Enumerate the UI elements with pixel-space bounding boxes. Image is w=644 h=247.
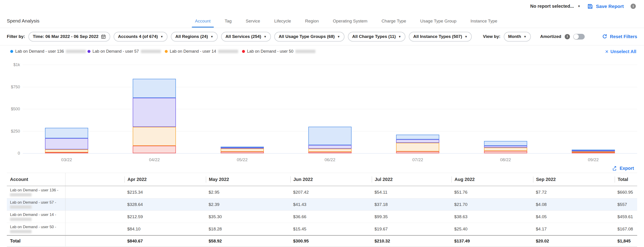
tab-account[interactable]: Account	[195, 19, 211, 28]
tab-lifecycle[interactable]: Lifecycle	[274, 19, 291, 28]
save-report-button[interactable]: Save Report	[587, 3, 624, 9]
bar-segment-lab-on-demand-user-136[interactable]	[396, 135, 439, 139]
filter-pill-all-regions[interactable]: All Regions (24)▼	[171, 32, 218, 41]
amortized-label: Amortized	[540, 34, 561, 39]
bar-segment-lab-on-demand-user-57[interactable]	[396, 139, 439, 143]
bar-segment-lab-on-demand-user-50[interactable]	[572, 152, 615, 153]
caret-down-icon: ▼	[464, 35, 468, 38]
calendar-icon	[101, 34, 106, 39]
total-value-cell: $58.92	[206, 236, 290, 246]
stacked-bar-06-22[interactable]	[308, 127, 352, 153]
column-header-aug-2022[interactable]: Aug 2022	[452, 173, 533, 186]
close-icon: ✕	[605, 49, 608, 54]
column-header-apr-2022[interactable]: Apr 2022	[124, 173, 206, 186]
stacked-bar-08-22[interactable]	[484, 141, 527, 153]
value-cell: $38.63	[452, 211, 533, 223]
filter-pill-accounts-4[interactable]: Accounts 4 (of 674)▼	[114, 32, 168, 41]
reset-filters-button[interactable]: Reset Filters	[602, 34, 637, 39]
bar-segment-lab-on-demand-user-14[interactable]	[133, 127, 176, 146]
bar-segment-lab-on-demand-user-14[interactable]	[221, 148, 264, 152]
table-row[interactable]: Lab on Demand - user 136 -$215.34$2.95$2…	[7, 186, 637, 198]
top-bar: No report selected... ▼ Save Report i	[0, 0, 644, 12]
bar-segment-lab-on-demand-user-50[interactable]	[221, 152, 264, 153]
amortized-toggle[interactable]	[573, 34, 585, 39]
table-row[interactable]: Lab on Demand - user 57 -$328.64$2.39$41…	[7, 198, 637, 211]
total-value-cell: $137.49	[452, 236, 533, 246]
value-cell: $557	[615, 198, 637, 211]
tab-region[interactable]: Region	[305, 19, 319, 28]
bar-segment-lab-on-demand-user-136[interactable]	[484, 141, 527, 146]
bar-segment-lab-on-demand-user-50[interactable]	[484, 151, 527, 153]
tab-instance-type[interactable]: Instance Type	[470, 19, 497, 28]
export-row: Export	[0, 164, 644, 173]
bar-segment-lab-on-demand-user-57[interactable]	[133, 98, 176, 127]
info-icon[interactable]: i	[630, 4, 636, 9]
bar-segment-lab-on-demand-user-136[interactable]	[308, 127, 352, 145]
filter-pill-all-charge-types[interactable]: All Charge Types (11)▼	[348, 32, 406, 41]
filter-pill-all-instance-types[interactable]: All Instance Types (507)▼	[409, 32, 472, 41]
table-row[interactable]: Lab on Demand - user 14 -$212.59$35.30$3…	[7, 211, 637, 223]
export-button[interactable]: Export	[612, 166, 634, 171]
filter-pill-all-services[interactable]: All Services (254)▼	[221, 32, 271, 41]
filter-pill-all-usage-type-groups[interactable]: All Usage Type Groups (68)▼	[274, 32, 344, 41]
legend-item-lab-on-demand-user-14[interactable]: Lab on Demand - user 14	[165, 49, 242, 62]
table-total-row: Total$840.67$58.92$300.95$210.32$137.49$…	[7, 235, 637, 247]
column-header-jun-2022[interactable]: Jun 2022	[290, 173, 372, 186]
stacked-bar-05-22[interactable]	[221, 147, 264, 153]
value-cell: $15.45	[290, 223, 372, 235]
redacted-text	[296, 50, 316, 53]
legend-item-line: Lab on Demand - user 14	[165, 49, 242, 54]
column-header-total[interactable]: Total	[615, 173, 637, 186]
bar-segment-lab-on-demand-user-136[interactable]	[133, 79, 176, 98]
filter-by-label: Filter by:	[7, 34, 25, 39]
column-header-may-2022[interactable]: May 2022	[206, 173, 290, 186]
bar-segment-lab-on-demand-user-136[interactable]	[45, 128, 88, 138]
bar-segment-lab-on-demand-user-57[interactable]	[484, 146, 527, 148]
tab-operating-system[interactable]: Operating System	[333, 19, 368, 28]
view-by-dropdown[interactable]: Month ▼	[504, 32, 531, 41]
bar-segment-lab-on-demand-user-14[interactable]	[308, 149, 352, 152]
bar-segment-lab-on-demand-user-57[interactable]	[308, 145, 352, 149]
column-header-sep-2022[interactable]: Sep 2022	[533, 173, 615, 186]
bar-segment-lab-on-demand-user-50[interactable]	[308, 152, 352, 153]
filter-pill-time-06-mar-2022-06-sep-2022[interactable]: Time: 06 Mar 2022 - 06 Sep 2022	[28, 32, 110, 41]
report-selector-dropdown[interactable]: No report selected... ▼	[530, 4, 580, 9]
tab-service[interactable]: Service	[246, 19, 260, 28]
amortized-info-icon[interactable]: i	[565, 34, 570, 39]
total-value-cell: $210.32	[372, 236, 452, 246]
bar-segment-lab-on-demand-user-50[interactable]	[133, 146, 176, 153]
tab-charge-type[interactable]: Charge Type	[382, 19, 406, 28]
stacked-bar-09-22[interactable]	[572, 150, 615, 153]
legend-item-lab-on-demand-user-50[interactable]: Lab on Demand - user 50	[242, 49, 319, 62]
tab-usage-type-group[interactable]: Usage Type Group	[420, 19, 456, 28]
spacer-cell	[66, 211, 124, 223]
bar-segment-lab-on-demand-user-14[interactable]	[484, 148, 527, 151]
stacked-bar-07-22[interactable]	[396, 135, 439, 153]
column-header-account[interactable]: Account	[7, 173, 66, 186]
caret-down-icon: ▼	[398, 35, 401, 38]
unselect-all-button[interactable]: ✕ Unselect All	[605, 49, 636, 54]
total-value-cell: $840.67	[124, 236, 206, 246]
value-cell: $215.34	[124, 186, 206, 198]
stacked-bar-03-22[interactable]	[45, 128, 88, 153]
tab-tag[interactable]: Tag	[225, 19, 232, 28]
column-header-label: Sep 2022	[533, 176, 556, 183]
bar-group-03-22: 03/22	[23, 65, 110, 153]
legend-item-lab-on-demand-user-57[interactable]: Lab on Demand - user 57	[88, 49, 165, 62]
x-axis-tick-label: 08/22	[462, 157, 549, 162]
bar-segment-lab-on-demand-user-57[interactable]	[45, 138, 88, 149]
bar-segment-lab-on-demand-user-14[interactable]	[396, 143, 439, 152]
account-cell: Lab on Demand - user 136 -	[7, 186, 66, 198]
table-row[interactable]: Lab on Demand - user 50 -$84.10$18.28$15…	[7, 223, 637, 235]
y-axis-tick-label: 0	[0, 151, 20, 156]
bar-segment-lab-on-demand-user-14[interactable]	[45, 149, 88, 152]
column-header-jul-2022[interactable]: Jul 2022	[372, 173, 452, 186]
bar-segment-lab-on-demand-user-50[interactable]	[396, 151, 439, 153]
bar-group-09-22: 09/22	[550, 65, 637, 153]
stacked-bar-04-22[interactable]	[133, 79, 176, 153]
refresh-icon	[602, 34, 608, 39]
unselect-all-label: Unselect All	[610, 49, 636, 54]
bar-segment-lab-on-demand-user-50[interactable]	[45, 152, 88, 153]
legend-item-lab-on-demand-user-136[interactable]: Lab on Demand - user 136	[10, 49, 88, 62]
y-axis-tick-label: $1k	[0, 62, 20, 67]
